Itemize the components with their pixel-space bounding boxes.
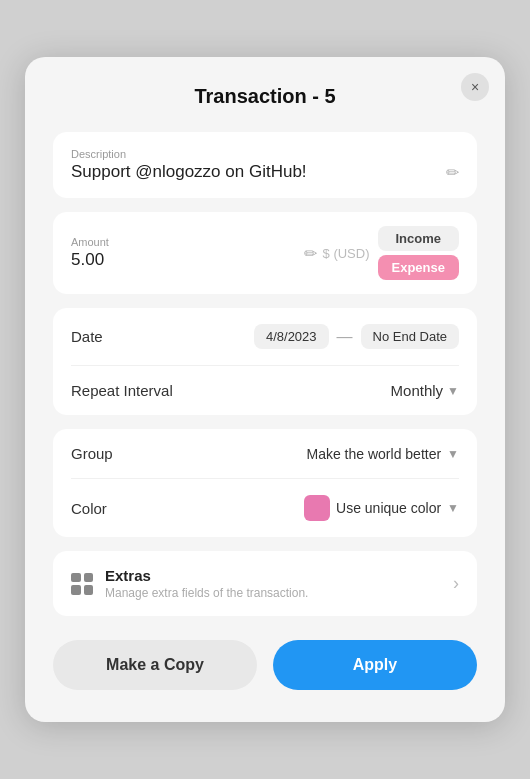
date-row: Date 4/8/2023 — No End Date bbox=[71, 308, 459, 366]
repeat-label: Repeat Interval bbox=[71, 382, 173, 399]
currency-label: $ (USD) bbox=[323, 246, 370, 261]
description-edit-icon[interactable]: ✏ bbox=[446, 163, 459, 182]
extras-chevron-icon: › bbox=[453, 573, 459, 594]
color-value[interactable]: Use unique color bbox=[336, 500, 441, 516]
repeat-chevron-icon[interactable]: ▼ bbox=[447, 384, 459, 398]
color-chevron-icon[interactable]: ▼ bbox=[447, 501, 459, 515]
date-separator: — bbox=[337, 328, 353, 346]
expense-button[interactable]: Expense bbox=[378, 255, 459, 280]
amount-label: Amount bbox=[71, 236, 304, 248]
repeat-value[interactable]: Monthly bbox=[391, 382, 444, 399]
group-chevron-icon[interactable]: ▼ bbox=[447, 447, 459, 461]
group-row: Group Make the world better ▼ bbox=[71, 429, 459, 479]
close-button[interactable]: × bbox=[461, 73, 489, 101]
apply-button[interactable]: Apply bbox=[273, 640, 477, 690]
make-copy-button[interactable]: Make a Copy bbox=[53, 640, 257, 690]
start-date-chip[interactable]: 4/8/2023 bbox=[254, 324, 329, 349]
group-label: Group bbox=[71, 445, 113, 462]
description-label: Description bbox=[71, 148, 459, 160]
action-buttons: Make a Copy Apply bbox=[53, 640, 477, 690]
extras-card[interactable]: Extras Manage extra fields of the transa… bbox=[53, 551, 477, 616]
amount-card: Amount 5.00 ✏ $ (USD) Income Expense bbox=[53, 212, 477, 294]
date-card: Date 4/8/2023 — No End Date Repeat Inter… bbox=[53, 308, 477, 415]
extras-subtitle: Manage extra fields of the transaction. bbox=[105, 586, 308, 600]
amount-edit-icon[interactable]: ✏ bbox=[304, 244, 317, 263]
no-end-date-chip[interactable]: No End Date bbox=[361, 324, 459, 349]
color-swatch[interactable] bbox=[304, 495, 330, 521]
date-label: Date bbox=[71, 328, 103, 345]
description-card: Description Support @nlogozzo on GitHub!… bbox=[53, 132, 477, 198]
repeat-row: Repeat Interval Monthly ▼ bbox=[71, 366, 459, 415]
group-color-card: Group Make the world better ▼ Color Use … bbox=[53, 429, 477, 537]
transaction-modal: × Transaction - 5 Description Support @n… bbox=[25, 57, 505, 722]
amount-value: 5.00 bbox=[71, 250, 304, 270]
extras-title: Extras bbox=[105, 567, 308, 584]
income-button[interactable]: Income bbox=[378, 226, 459, 251]
description-value: Support @nlogozzo on GitHub! bbox=[71, 162, 307, 182]
group-value[interactable]: Make the world better bbox=[306, 446, 441, 462]
extras-grid-icon bbox=[71, 573, 93, 595]
modal-title: Transaction - 5 bbox=[53, 85, 477, 108]
color-row: Color Use unique color ▼ bbox=[71, 479, 459, 537]
color-label: Color bbox=[71, 500, 107, 517]
